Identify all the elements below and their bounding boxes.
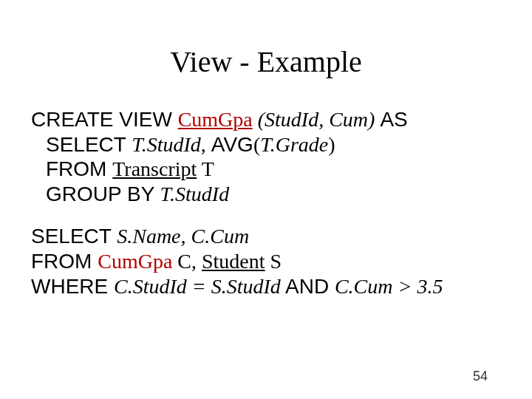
kw-select: SELECT bbox=[46, 133, 132, 156]
cond-left: C.StudId bbox=[114, 275, 187, 298]
group-col: T.StudId bbox=[160, 183, 230, 205]
cond-eq: = bbox=[187, 275, 211, 298]
create-view-line: CREATE VIEW CumGpa (StudId, Cum) AS bbox=[31, 107, 504, 132]
slide: View - Example CREATE VIEW CumGpa (StudI… bbox=[0, 0, 532, 399]
arg-studid: StudId bbox=[265, 108, 318, 131]
slide-body: CREATE VIEW CumGpa (StudId, Cum) AS SELE… bbox=[31, 107, 504, 299]
select-col1: T.StudId bbox=[132, 133, 201, 156]
cond2-right: 3.5 bbox=[417, 275, 443, 298]
kw-group-by: GROUP BY bbox=[46, 183, 160, 205]
arg-sep: , bbox=[318, 108, 329, 131]
q-select-line: SELECT S.Name, C.Cum bbox=[31, 224, 504, 249]
q-from-view-alias: C, bbox=[172, 250, 202, 273]
avg-open: ( bbox=[253, 133, 260, 156]
q-from-table-alias: S bbox=[265, 250, 282, 273]
slide-title: View - Example bbox=[0, 44, 532, 79]
from-alias: T bbox=[197, 157, 214, 180]
kw-from2: FROM bbox=[31, 250, 98, 273]
kw-avg: AVG bbox=[211, 133, 253, 156]
kw-where: WHERE bbox=[31, 275, 114, 298]
args-open: ( bbox=[253, 108, 265, 131]
q-col1: S.Name bbox=[117, 225, 180, 248]
q-where-line: WHERE C.StudId = S.StudId AND C.Cum > 3.… bbox=[31, 274, 504, 299]
kw-select2: SELECT bbox=[31, 225, 117, 248]
select-line: SELECT T.StudId, AVG(T.Grade) bbox=[31, 132, 504, 157]
view-name: CumGpa bbox=[178, 108, 253, 131]
kw-and: AND bbox=[281, 275, 335, 298]
args-close: ) bbox=[368, 108, 380, 131]
from-line: FROM Transcript T bbox=[31, 157, 504, 182]
q-sep1: , bbox=[181, 225, 191, 248]
select-sep: , bbox=[201, 133, 211, 156]
q-from-table: Student bbox=[202, 250, 265, 273]
q-col2: C.Cum bbox=[191, 225, 250, 248]
cond2-left: C.Cum bbox=[335, 275, 393, 298]
avg-close: ) bbox=[328, 133, 335, 156]
from-table: Transcript bbox=[112, 157, 197, 180]
kw-create-view: CREATE VIEW bbox=[31, 108, 178, 131]
cond-right: S.StudId bbox=[211, 275, 281, 298]
query-block: SELECT S.Name, C.Cum FROM CumGpa C, Stud… bbox=[31, 224, 504, 299]
q-from-line: FROM CumGpa C, Student S bbox=[31, 249, 504, 274]
cond2-op: > bbox=[393, 275, 417, 298]
page-number: 54 bbox=[473, 369, 488, 384]
q-from-view: CumGpa bbox=[98, 250, 172, 273]
kw-as: AS bbox=[380, 108, 407, 131]
kw-from: FROM bbox=[46, 157, 112, 180]
create-view-block: CREATE VIEW CumGpa (StudId, Cum) AS SELE… bbox=[31, 107, 504, 206]
arg-cum: Cum bbox=[329, 108, 368, 131]
avg-arg: T.Grade bbox=[260, 133, 328, 156]
group-by-line: GROUP BY T.StudId bbox=[31, 182, 504, 207]
